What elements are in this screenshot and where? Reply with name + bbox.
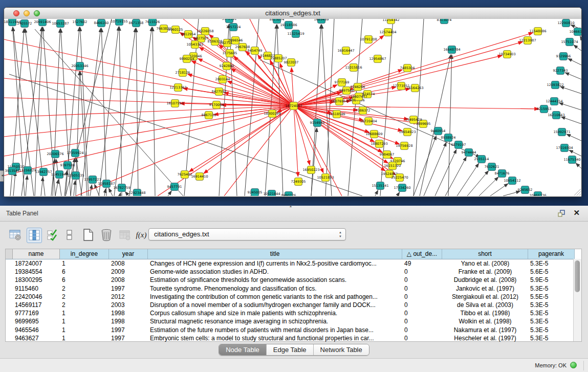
- cell-in_degree[interactable]: 6: [60, 268, 109, 276]
- cell-pagerank[interactable]: 5.3E-5: [528, 317, 575, 325]
- float-panel-icon[interactable]: [557, 209, 565, 217]
- cell-in_degree[interactable]: 2: [60, 293, 109, 301]
- graph-node[interactable]: 19654923: [399, 128, 416, 136]
- citation-edge-red[interactable]: [204, 106, 294, 173]
- cell-in_degree[interactable]: 1: [60, 259, 109, 268]
- cell-short[interactable]: Hescheler et al. (1997): [442, 334, 528, 342]
- cell-pagerank[interactable]: 5.3E-5: [528, 326, 575, 334]
- graph-node[interactable]: 20053346: [71, 62, 88, 70]
- graph-node[interactable]: 8466160: [94, 19, 109, 27]
- cell-out_de[interactable]: 0: [402, 293, 442, 301]
- table-row[interactable]: 946362711997Embryonic stem cells: a mode…: [6, 334, 581, 342]
- table-row[interactable]: 1872400712008Changes of HCN gene express…: [6, 259, 581, 268]
- cell-in_degree[interactable]: 1: [60, 326, 109, 334]
- graph-node[interactable]: 9227343: [553, 67, 568, 75]
- graph-node[interactable]: 11548086: [529, 28, 546, 35]
- cell-name[interactable]: 9463627: [13, 334, 60, 342]
- citation-edge-red[interactable]: [294, 106, 310, 165]
- citation-edge-black[interactable]: [104, 189, 105, 196]
- graph-node[interactable]: 15751074: [561, 38, 578, 46]
- graph-node[interactable]: 16782759: [113, 184, 130, 192]
- graph-node[interactable]: 8471676: [495, 170, 510, 178]
- citation-edge-red[interactable]: [158, 106, 294, 196]
- cell-name[interactable]: 9699695: [13, 317, 60, 325]
- cell-short[interactable]: Nakamura et al. (1997): [442, 326, 528, 334]
- cell-year[interactable]: 2008: [109, 276, 148, 284]
- citation-edge-red[interactable]: [294, 106, 408, 119]
- graph-node[interactable]: 16107553: [166, 100, 183, 107]
- citation-edge-black[interactable]: [95, 184, 99, 196]
- cell-out_de[interactable]: 0: [402, 268, 442, 276]
- window-titlebar[interactable]: citations_edges.txt: [4, 8, 581, 19]
- graph-node[interactable]: 9245652: [518, 186, 533, 194]
- cell-in_degree[interactable]: 1: [60, 309, 109, 317]
- graph-node[interactable]: 11325419: [287, 30, 304, 38]
- citation-edge-black[interactable]: [99, 27, 119, 196]
- network-view-window[interactable]: citations_edges.txt 18724007766382289601…: [4, 7, 582, 197]
- cell-name[interactable]: 9465546: [13, 326, 60, 334]
- graph-node[interactable]: 7625402: [178, 171, 192, 179]
- citation-edge-black[interactable]: [81, 28, 101, 196]
- tab-edge-table[interactable]: Edge Table: [267, 344, 314, 355]
- cell-year[interactable]: 1997: [109, 334, 148, 342]
- graph-node[interactable]: 7249305: [291, 178, 306, 186]
- graph-node[interactable]: 12923448: [128, 189, 145, 196]
- cell-name[interactable]: 18300295: [13, 276, 60, 284]
- cell-name[interactable]: 22420046: [13, 293, 60, 301]
- citation-edge-black[interactable]: [565, 73, 581, 79]
- splitter-handle[interactable]: ▴: [290, 204, 292, 208]
- citation-edge-black[interactable]: [413, 136, 436, 196]
- graph-node[interactable]: 19218586: [280, 21, 297, 29]
- citation-edge-black[interactable]: [108, 188, 113, 196]
- cell-in_degree[interactable]: 1: [60, 317, 109, 325]
- import-table-icon[interactable]: [118, 228, 132, 242]
- cell-out_de[interactable]: 0: [402, 301, 442, 309]
- citation-edge-black[interactable]: [120, 193, 121, 196]
- graph-node[interactable]: 2718126: [176, 69, 190, 77]
- graph-node[interactable]: 19756928: [396, 142, 412, 150]
- cell-out_de[interactable]: 0: [402, 334, 442, 342]
- cell-pagerank[interactable]: 5.6E-5: [528, 268, 575, 276]
- citation-edge-black[interactable]: [55, 180, 58, 196]
- graph-node[interactable]: 11254342: [382, 19, 399, 24]
- cell-out_de[interactable]: 0: [402, 276, 442, 284]
- cell-in_degree[interactable]: 2: [60, 301, 109, 309]
- rows-icon[interactable]: [62, 228, 77, 242]
- cell-short[interactable]: Yano et al. (2008): [442, 259, 528, 268]
- cell-in_degree[interactable]: 2: [60, 285, 109, 293]
- graph-node[interactable]: 12444154: [546, 98, 562, 105]
- citation-edge-black[interactable]: [311, 128, 317, 196]
- graph-node[interactable]: 8938924: [441, 134, 456, 142]
- canvas-resize-grip[interactable]: [574, 189, 581, 195]
- citation-edge-red[interactable]: [294, 42, 522, 106]
- column-header-year[interactable]: year: [109, 249, 148, 259]
- cell-short[interactable]: Dudbridge et al. (2008): [442, 276, 528, 284]
- column-header-name[interactable]: name: [13, 249, 60, 259]
- graph-node[interactable]: 12574404: [379, 29, 396, 36]
- graph-node[interactable]: 10466136: [529, 192, 546, 196]
- cell-year[interactable]: 1997: [109, 285, 148, 293]
- graph-node[interactable]: 12290810: [557, 19, 574, 27]
- cell-year[interactable]: 1998: [109, 317, 148, 325]
- graph-node[interactable]: 10653287: [52, 20, 69, 28]
- cell-short[interactable]: Stergiakouli et al. (2012): [442, 293, 528, 301]
- citation-edge-black[interactable]: [580, 36, 581, 38]
- graph-node[interactable]: 7632621: [485, 163, 499, 171]
- cell-title[interactable]: Corpus callosum shape and size in male p…: [148, 309, 402, 317]
- cell-pagerank[interactable]: 5.3E-5: [528, 309, 575, 317]
- cell-title[interactable]: Embryonic stem cells: a model to study s…: [148, 334, 402, 342]
- cell-name[interactable]: 19384554: [13, 268, 60, 276]
- graph-node[interactable]: 20691406: [34, 19, 51, 26]
- graph-node[interactable]: 10466137: [569, 28, 581, 36]
- column-header-out_de[interactable]: △ out_de...: [402, 249, 442, 259]
- citation-edge-black[interactable]: [66, 27, 79, 196]
- cell-out_de[interactable]: 49: [402, 259, 442, 268]
- citation-edge-black[interactable]: [576, 163, 581, 168]
- graph-node[interactable]: 15135141: [372, 182, 388, 190]
- graph-node[interactable]: 18226058: [197, 28, 213, 35]
- graph-node[interactable]: 9242848: [220, 62, 234, 70]
- cell-title[interactable]: Estimation of the future numbers of pati…: [148, 326, 402, 334]
- graph-node[interactable]: 2935114: [474, 156, 489, 163]
- citation-edge-black[interactable]: [467, 171, 489, 196]
- citation-edge-black[interactable]: [101, 28, 106, 196]
